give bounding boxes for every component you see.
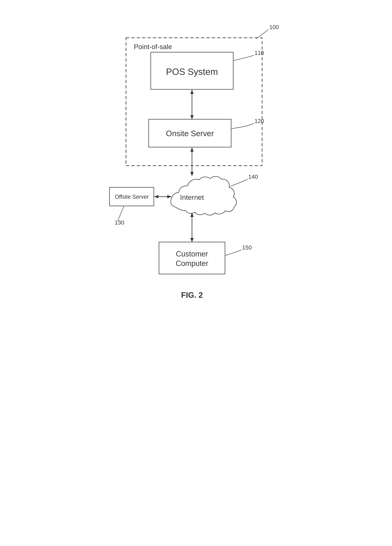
onsite-server-label: Onsite Server <box>166 129 214 138</box>
fig-caption: FIG. 2 <box>181 291 203 299</box>
ref-150: 150 <box>242 244 252 251</box>
curve-120 <box>231 124 254 129</box>
curve-110 <box>234 55 254 60</box>
ref-130: 130 <box>115 219 124 226</box>
pos-system-label: POS System <box>166 67 218 77</box>
arrowhead-up-1 <box>190 90 194 94</box>
offsite-server-label: Offsite Server <box>115 194 149 200</box>
ref-100: 100 <box>269 24 279 30</box>
pos-outer-label: Point-of-sale <box>134 43 172 51</box>
arrowhead-right <box>167 195 171 198</box>
internet-label: Internet <box>180 193 204 201</box>
curve-150 <box>225 250 241 255</box>
customer-computer-label-line1: Customer <box>176 250 208 258</box>
curve-140 <box>230 179 248 186</box>
arrowhead-left <box>154 195 158 198</box>
arrowhead-down-3 <box>190 238 194 242</box>
ref-140: 140 <box>248 174 258 180</box>
ref-110: 110 <box>254 50 264 56</box>
ref-120: 120 <box>254 118 264 124</box>
arrowhead-up-2 <box>190 148 194 152</box>
diagram-svg: Point-of-sale 100 POS System 110 Onsite … <box>103 25 289 521</box>
arrowhead-down-1 <box>190 115 194 119</box>
curve-100 <box>256 30 268 39</box>
customer-computer-label-line2: Computer <box>175 259 208 268</box>
pos-outer-box <box>126 38 262 166</box>
arrowhead-down-2 <box>190 172 194 176</box>
diagram-container: Point-of-sale 100 POS System 110 Onsite … <box>103 25 289 521</box>
